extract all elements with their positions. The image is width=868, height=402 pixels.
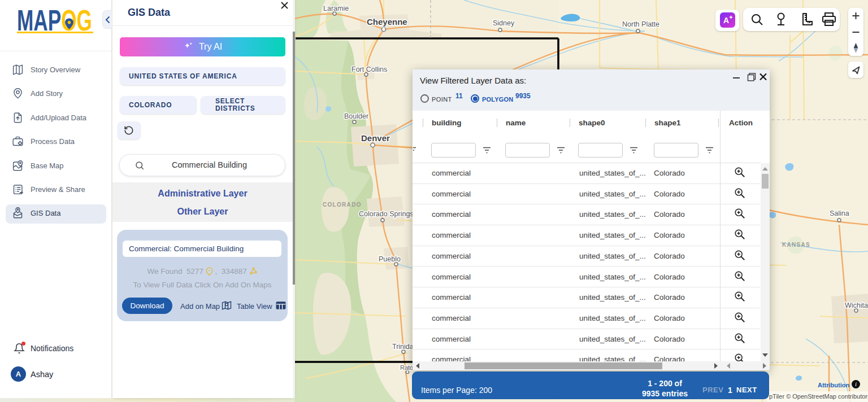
svg-text:A: A — [723, 16, 729, 25]
svg-text:Colorado Springs: Colorado Springs — [359, 210, 414, 218]
svg-text:MAPOG: MAPOG — [17, 8, 92, 34]
svg-text:COLORADO: COLORADO — [323, 202, 362, 208]
svg-text:Fort Collins: Fort Collins — [351, 65, 387, 73]
svg-text:Denver: Denver — [361, 133, 390, 143]
svg-text:Laramie: Laramie — [323, 5, 349, 12]
svg-text:Sidney: Sidney — [493, 19, 515, 27]
svg-text:Salina: Salina — [830, 209, 849, 217]
svg-text:Boulder: Boulder — [344, 112, 368, 120]
svg-text:Wichita: Wichita — [845, 302, 868, 309]
svg-text:Cheyenne: Cheyenne — [367, 17, 407, 27]
svg-text:Pueblo: Pueblo — [379, 255, 401, 263]
svg-text:North Platte: North Platte — [622, 20, 659, 28]
svg-text:KANSAS: KANSAS — [782, 242, 810, 248]
